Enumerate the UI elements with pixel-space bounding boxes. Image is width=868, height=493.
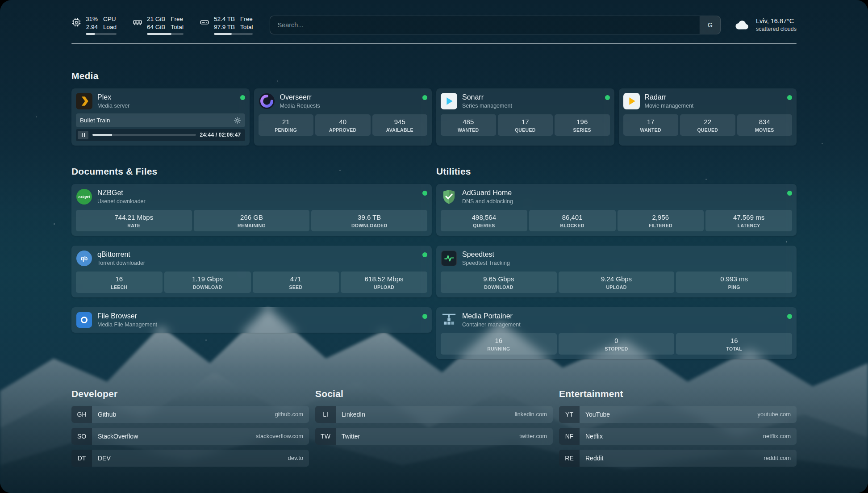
disk-progress-bar — [214, 33, 253, 35]
disk-icon — [200, 17, 209, 27]
resource-label: CPU — [103, 15, 117, 23]
service-link-overseerr[interactable]: Overseerr Media Requests — [259, 93, 320, 109]
snow-particles — [0, 0, 1, 1]
dashboard-page: 31% CPU 2.94 Load 21 GiB Free 64 GiB Tot… — [0, 0, 868, 493]
stat-block: 498,564QUERIES — [441, 210, 527, 231]
stat-block: 17QUEUED — [498, 114, 553, 136]
resource-label: Free — [240, 15, 253, 23]
bookmark-abbr: TW — [315, 428, 336, 445]
service-link-qbittorrent[interactable]: qb qBittorrent Torrent downloader — [76, 250, 145, 267]
search-bar: G — [270, 16, 721, 34]
section-title-developer: Developer — [71, 389, 309, 399]
bookmark-stackoverflow[interactable]: SO StackOverflow stackoverflow.com — [71, 428, 309, 445]
service-card-plex: Plex Media server Bullet Train — [71, 88, 250, 146]
service-desc: Speedtest Tracking — [462, 260, 510, 266]
stat-block: 16LEECH — [76, 272, 163, 293]
service-link-adguard[interactable]: AdGuard Home DNS and adblocking — [441, 188, 513, 205]
stat-block: 9.24 GbpsUPLOAD — [559, 272, 675, 293]
bookmark-group-entertainment: Entertainment YT YouTube youtube.com NF … — [559, 389, 797, 472]
cpu-widget: 31% CPU 2.94 Load — [71, 15, 117, 35]
adguard-icon — [441, 188, 457, 205]
weather-condition: scattered clouds — [756, 26, 797, 32]
search-provider-button[interactable]: G — [700, 16, 720, 34]
bookmark-youtube[interactable]: YT YouTube youtube.com — [559, 406, 797, 423]
bookmark-dev[interactable]: DT DEV dev.to — [71, 450, 309, 467]
stat-block: 1.19 GbpsDOWNLOAD — [164, 272, 251, 293]
service-desc: Torrent downloader — [97, 260, 145, 266]
stat-block: 17WANTED — [623, 114, 679, 136]
stat-block: 86,401BLOCKED — [529, 210, 616, 231]
service-link-nzbget[interactable]: nzbget NZBGet Usenet downloader — [76, 188, 146, 205]
resource-value: 64 GiB — [147, 23, 165, 31]
service-link-radarr[interactable]: Radarr Movie management — [623, 93, 694, 109]
playback-time: 24:44 / 02:06:47 — [200, 132, 241, 138]
bookmark-name: Netflix — [585, 433, 603, 440]
stat-block: 39.6 TBDOWNLOADED — [311, 210, 427, 231]
stat-block: 2,956FILTERED — [618, 210, 704, 231]
stat-block: 40APPROVED — [315, 114, 371, 136]
bookmark-netflix[interactable]: NF Netflix netflix.com — [559, 428, 797, 445]
cpu-icon — [71, 17, 81, 27]
service-link-speedtest[interactable]: Speedtest Speedtest Tracking — [441, 250, 510, 267]
search-input[interactable] — [270, 16, 700, 34]
stat-block: 618.52 MbpsUPLOAD — [341, 272, 427, 293]
service-desc: Media server — [97, 103, 129, 109]
section-title-documents: Documents & Files — [71, 166, 432, 177]
service-link-plex[interactable]: Plex Media server — [76, 93, 129, 109]
status-dot — [787, 314, 792, 319]
resource-label: Load — [103, 23, 117, 31]
service-desc: Media Requests — [280, 103, 320, 109]
service-card-adguard: AdGuard Home DNS and adblocking 498,564Q… — [436, 184, 797, 236]
service-card-portainer: Media Portainer Container management 16R… — [436, 307, 797, 359]
bookmark-abbr: LI — [315, 406, 336, 423]
bookmark-reddit[interactable]: RE Reddit reddit.com — [559, 450, 797, 467]
stat-block: 0.993 msPING — [676, 272, 792, 293]
service-name: File Browser — [97, 312, 157, 320]
service-name: Media Portainer — [462, 312, 521, 320]
service-link-portainer[interactable]: Media Portainer Container management — [441, 312, 521, 328]
header-divider — [71, 43, 797, 44]
bookmark-abbr: DT — [71, 450, 92, 467]
pause-button[interactable] — [78, 131, 88, 139]
gear-icon[interactable] — [234, 117, 241, 124]
resource-value: 21 GiB — [147, 15, 165, 23]
bookmark-name: StackOverflow — [98, 433, 138, 440]
service-desc: Media File Management — [97, 322, 157, 328]
stat-block: 485WANTED — [441, 114, 496, 136]
service-card-speedtest: Speedtest Speedtest Tracking 9.65 GbpsDO… — [436, 246, 797, 297]
section-title-media: Media — [71, 71, 797, 81]
section-title-utilities: Utilities — [436, 166, 797, 177]
service-link-sonarr[interactable]: Sonarr Series management — [441, 93, 512, 109]
stat-block: 47.569 msLATENCY — [705, 210, 792, 231]
filebrowser-icon — [76, 312, 92, 328]
disk-widget: 52.4 TB Free 97.9 TB Total — [200, 15, 253, 35]
stat-block: 945AVAILABLE — [372, 114, 428, 136]
bookmark-abbr: SO — [71, 428, 92, 445]
bookmark-name: Twitter — [342, 433, 360, 440]
bookmark-github[interactable]: GH Github github.com — [71, 406, 309, 423]
bookmark-twitter[interactable]: TW Twitter twitter.com — [315, 428, 553, 445]
service-name: Radarr — [645, 93, 694, 101]
service-desc: Usenet downloader — [97, 198, 146, 205]
status-dot — [422, 252, 427, 257]
service-desc: Movie management — [645, 103, 694, 109]
service-link-filebrowser[interactable]: File Browser Media File Management — [76, 312, 157, 328]
service-card-overseerr: Overseerr Media Requests 21PENDING 40APP… — [254, 88, 432, 146]
resource-value: 31% — [86, 15, 98, 23]
bookmark-name: Github — [98, 411, 116, 418]
now-playing-title: Bullet Train — [80, 117, 110, 124]
bookmark-url: dev.to — [288, 455, 303, 461]
nzbget-icon: nzbget — [76, 188, 92, 205]
service-name: NZBGet — [97, 189, 146, 197]
speedtest-icon — [441, 250, 457, 267]
bookmark-linkedin[interactable]: LI LinkedIn linkedin.com — [315, 406, 553, 423]
bookmark-group-social: Social LI LinkedIn linkedin.com TW Twitt… — [315, 389, 553, 472]
bookmark-abbr: RE — [559, 450, 580, 467]
service-desc: Container management — [462, 322, 521, 328]
stat-block: 834MOVIES — [737, 114, 793, 136]
bookmark-name: DEV — [98, 455, 111, 462]
top-bar: 31% CPU 2.94 Load 21 GiB Free 64 GiB Tot… — [71, 15, 797, 35]
bookmark-url: stackoverflow.com — [256, 433, 303, 439]
stat-block: 0STOPPED — [559, 333, 675, 355]
bookmark-name: Reddit — [585, 455, 603, 462]
